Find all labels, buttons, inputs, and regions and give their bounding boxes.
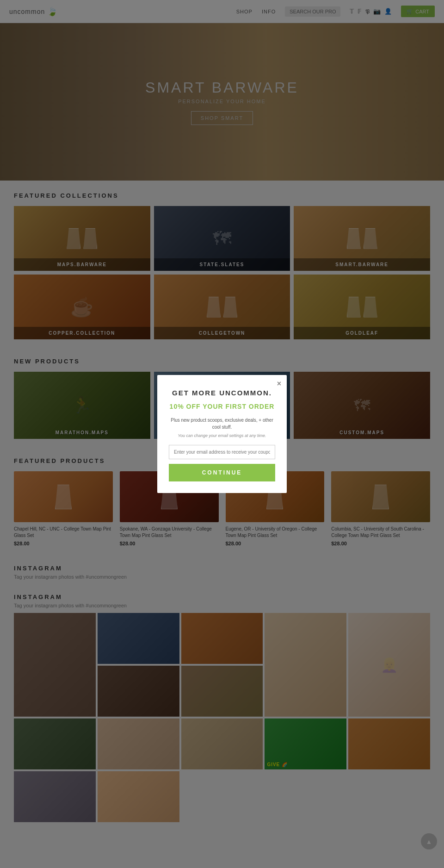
modal-discount-text: 10% OFF YOUR FIRST ORDER [169, 402, 275, 412]
modal-email-input[interactable] [169, 445, 275, 459]
modal-close-button[interactable]: × [277, 380, 281, 388]
modal-overlay: × GET MORE UNCOMMON. 10% OFF YOUR FIRST … [0, 0, 444, 868]
modal-continue-button[interactable]: CONTINUE [169, 464, 275, 481]
modal-description: Plus new product scoops, exclusive deals… [169, 417, 275, 431]
modal-title: GET MORE UNCOMMON. [169, 389, 275, 397]
modal-fine-print: You can change your email settings at an… [169, 433, 275, 438]
email-signup-modal: × GET MORE UNCOMMON. 10% OFF YOUR FIRST … [157, 375, 287, 493]
